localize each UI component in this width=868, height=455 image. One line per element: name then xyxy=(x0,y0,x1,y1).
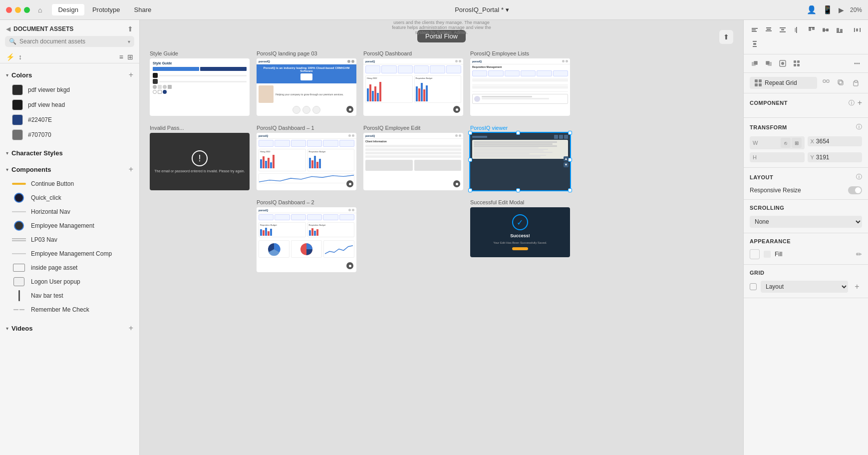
videos-add-button[interactable]: + xyxy=(129,324,133,333)
w-copy-btn[interactable]: ⎋ xyxy=(781,138,791,148)
device-icon[interactable]: 📱 xyxy=(823,5,833,14)
responsive-resize-toggle[interactable] xyxy=(848,186,862,194)
x-input[interactable] xyxy=(816,138,859,145)
more-options-icon[interactable] xyxy=(851,57,863,69)
colors-section-header[interactable]: ▾ Colors + xyxy=(0,67,139,82)
color-item-1[interactable]: pdf viewer bkgd xyxy=(0,82,139,97)
viewer-scroll-up[interactable]: ▲ xyxy=(564,156,569,161)
frame-landing-page[interactable]: PorosIQ landing page 03 porosIQ PorosIQ … xyxy=(257,50,356,116)
handle-bm[interactable] xyxy=(516,188,520,192)
frame-thumb-emp-lists[interactable]: porosIQ Requisition Management xyxy=(470,58,570,116)
minimize-button[interactable] xyxy=(15,7,21,13)
tab-share[interactable]: Share xyxy=(128,4,158,15)
align-middle-icon[interactable] xyxy=(820,24,832,36)
frame-dashboard[interactable]: PorosIQ Dashboard porosIQ xyxy=(363,50,463,116)
w-link-btn[interactable]: ⊞ xyxy=(792,138,802,148)
frame-thumb-dash-1[interactable]: porosIQ xyxy=(257,133,356,190)
mask-icon[interactable] xyxy=(777,57,789,69)
frame-thumb-invalid[interactable]: ! The email or password entered is inval… xyxy=(150,133,250,190)
component-quick-click[interactable]: Quick_click xyxy=(0,191,139,205)
send-backward-icon[interactable] xyxy=(763,57,775,69)
layout-info-icon[interactable]: ⓘ xyxy=(856,173,862,181)
components-section-header[interactable]: ▾ Components + xyxy=(0,162,139,177)
viewer-scroll-down[interactable]: ▼ xyxy=(564,162,569,167)
videos-section-header[interactable]: ▾ Videos + xyxy=(0,321,139,336)
component-add-icon[interactable]: + xyxy=(858,98,862,107)
align-left-icon[interactable] xyxy=(749,24,761,36)
frame-employee-edit[interactable]: PorosIQ Employee Edit porosIQ Client Inf… xyxy=(363,125,463,190)
frame-viewer[interactable]: PorosIQ viewer xyxy=(470,125,570,190)
success-ok-button[interactable] xyxy=(512,247,528,250)
component-nav-test[interactable]: Nav bar test xyxy=(0,289,139,303)
collapse-panel-icon[interactable]: ◀ xyxy=(6,25,10,32)
frame-dashboard-2[interactable]: PorosIQ Dashboard – 2 porosIQ xyxy=(257,199,356,272)
canvas[interactable]: PorosIQ Provides leading-edge experience… xyxy=(140,20,743,455)
color-item-3[interactable]: #22407E xyxy=(0,112,139,127)
sort-icon[interactable]: ↕ xyxy=(18,53,22,61)
frame-thumb-success[interactable]: ✓ Success! Your Edit Has Been Successful… xyxy=(470,207,570,257)
repeat-grid-button[interactable]: Repeat Grid xyxy=(750,77,817,89)
user-icon[interactable]: 👤 xyxy=(807,5,817,14)
align-center-icon[interactable] xyxy=(763,24,775,36)
group-icon[interactable] xyxy=(791,57,803,69)
export-icon[interactable]: ⬆ xyxy=(127,25,133,33)
y-input[interactable] xyxy=(816,154,859,161)
align-bottom-icon[interactable] xyxy=(834,24,846,36)
align-distribute-icon[interactable] xyxy=(777,24,789,36)
distribute-v-icon[interactable] xyxy=(749,38,761,50)
frame-success-modal[interactable]: Successful Edit Modal ✓ Success! Your Ed… xyxy=(470,199,570,272)
align-top-icon[interactable] xyxy=(806,24,818,36)
frame-employee-lists[interactable]: PorosIQ Employee Lists porosIQ Requisiti… xyxy=(470,50,570,116)
ungroup-icon[interactable] xyxy=(820,77,832,89)
handle-tr[interactable] xyxy=(568,131,572,135)
frame-style-guide[interactable]: Style Guide Style Guide xyxy=(150,50,250,116)
char-styles-section-header[interactable]: ▾ Character Styles xyxy=(0,146,139,160)
maximize-button[interactable] xyxy=(24,7,30,13)
frame-thumb-landing[interactable]: porosIQ PorosIQ is an industry leading 1… xyxy=(257,58,356,116)
h-input[interactable] xyxy=(759,154,802,161)
home-icon[interactable]: ⌂ xyxy=(38,6,42,14)
paste-icon[interactable] xyxy=(850,77,862,89)
play-icon[interactable]: ▶ xyxy=(839,6,844,14)
handle-ml[interactable] xyxy=(468,158,472,162)
transform-info-icon[interactable]: ⓘ xyxy=(856,123,862,131)
components-add-button[interactable]: + xyxy=(129,165,133,174)
component-employee-mgmt[interactable]: Employee Management xyxy=(0,219,139,233)
tab-design[interactable]: Design xyxy=(52,4,84,15)
search-input[interactable] xyxy=(19,38,125,45)
colors-add-button[interactable]: + xyxy=(129,70,133,79)
filter-icon[interactable]: ⚡ xyxy=(6,53,14,61)
handle-br[interactable] xyxy=(568,188,572,192)
handle-tm[interactable] xyxy=(516,131,520,135)
component-info-icon[interactable]: ⓘ xyxy=(849,99,855,107)
component-inside-asset[interactable]: inside page asset xyxy=(0,261,139,275)
search-dropdown-icon[interactable]: ▾ xyxy=(128,39,130,44)
frame-invalid-pass[interactable]: Invalid Pass... ! The email or password … xyxy=(150,125,250,190)
fill-color-swatch[interactable] xyxy=(750,249,760,259)
handle-tl[interactable] xyxy=(468,131,472,135)
w-input[interactable] xyxy=(760,139,778,146)
color-item-2[interactable]: pdf view head xyxy=(0,97,139,112)
distribute-h-icon[interactable] xyxy=(851,24,863,36)
list-view-icon[interactable]: ≡ xyxy=(119,53,123,61)
grid-layout-select[interactable]: Layout Grid Column xyxy=(761,281,848,293)
component-horizontal-nav[interactable]: Horizontal Nav xyxy=(0,205,139,219)
bring-forward-icon[interactable] xyxy=(749,57,761,69)
zoom-level[interactable]: 20% xyxy=(850,6,862,13)
frame-dashboard-1[interactable]: PorosIQ Dashboard – 1 porosIQ xyxy=(257,125,356,190)
close-button[interactable] xyxy=(6,7,12,13)
frame-thumb-emp-edit[interactable]: porosIQ Client Information xyxy=(363,133,463,190)
share-icon[interactable]: ⬆ xyxy=(719,30,733,44)
handle-mr[interactable] xyxy=(568,158,572,162)
scrolling-select[interactable]: None Vertical Horizontal xyxy=(750,216,862,228)
frame-thumb-dashboard[interactable]: porosIQ xyxy=(363,58,463,116)
grid-add-button[interactable]: + xyxy=(852,282,862,292)
component-lp03-nav[interactable]: LP03 Nav xyxy=(0,233,139,247)
component-emp-comp[interactable]: Employee Management Comp xyxy=(0,247,139,261)
tab-prototype[interactable]: Prototype xyxy=(86,4,126,15)
color-item-4[interactable]: #707070 xyxy=(0,127,139,142)
component-logon-popup[interactable]: Logon User popup xyxy=(0,275,139,289)
grid-view-icon[interactable]: ⊞ xyxy=(127,53,133,61)
frame-thumb-dash-2[interactable]: porosIQ xyxy=(257,207,356,272)
fill-edit-icon[interactable]: ✏ xyxy=(856,250,862,258)
